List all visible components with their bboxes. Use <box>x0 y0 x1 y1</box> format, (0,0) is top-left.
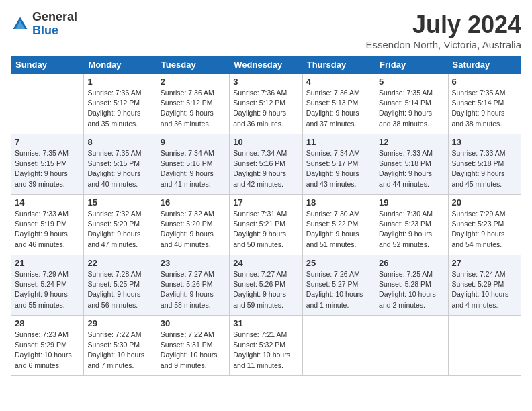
day-cell: 9Sunrise: 7:34 AMSunset: 5:16 PMDaylight… <box>157 134 229 195</box>
day-info: Sunrise: 7:24 AMSunset: 5:29 PMDaylight:… <box>452 269 517 310</box>
day-number: 18 <box>306 197 371 208</box>
day-cell: 28Sunrise: 7:23 AMSunset: 5:29 PMDayligh… <box>11 316 84 376</box>
day-cell: 5Sunrise: 7:35 AMSunset: 5:14 PMDaylight… <box>375 74 448 134</box>
day-cell: 19Sunrise: 7:30 AMSunset: 5:23 PMDayligh… <box>375 195 448 255</box>
day-cell: 31Sunrise: 7:21 AMSunset: 5:32 PMDayligh… <box>230 316 302 376</box>
day-cell: 22Sunrise: 7:28 AMSunset: 5:25 PMDayligh… <box>84 255 157 316</box>
day-info: Sunrise: 7:36 AMSunset: 5:12 PMDaylight:… <box>87 88 152 129</box>
day-info: Sunrise: 7:34 AMSunset: 5:16 PMDaylight:… <box>233 148 298 189</box>
day-info: Sunrise: 7:21 AMSunset: 5:32 PMDaylight:… <box>233 330 298 371</box>
day-cell: 25Sunrise: 7:26 AMSunset: 5:27 PMDayligh… <box>302 255 375 316</box>
day-info: Sunrise: 7:23 AMSunset: 5:29 PMDaylight:… <box>15 330 80 371</box>
day-cell: 20Sunrise: 7:29 AMSunset: 5:23 PMDayligh… <box>448 195 521 255</box>
day-number: 7 <box>15 137 80 147</box>
week-row-2: 7Sunrise: 7:35 AMSunset: 5:15 PMDaylight… <box>11 134 521 195</box>
day-info: Sunrise: 7:29 AMSunset: 5:24 PMDaylight:… <box>15 269 80 310</box>
day-cell: 2Sunrise: 7:36 AMSunset: 5:12 PMDaylight… <box>157 74 229 134</box>
day-number: 30 <box>161 318 226 328</box>
day-number: 29 <box>87 318 152 328</box>
day-cell: 8Sunrise: 7:35 AMSunset: 5:15 PMDaylight… <box>84 134 157 195</box>
logo-text: General Blue <box>32 11 77 38</box>
day-number: 31 <box>233 318 298 328</box>
day-cell: 7Sunrise: 7:35 AMSunset: 5:15 PMDaylight… <box>11 134 84 195</box>
weekday-header-monday: Monday <box>84 56 157 74</box>
day-info: Sunrise: 7:27 AMSunset: 5:26 PMDaylight:… <box>233 269 298 310</box>
day-info: Sunrise: 7:33 AMSunset: 5:18 PMDaylight:… <box>452 148 517 189</box>
day-info: Sunrise: 7:35 AMSunset: 5:15 PMDaylight:… <box>87 148 152 189</box>
day-info: Sunrise: 7:32 AMSunset: 5:20 PMDaylight:… <box>87 209 152 250</box>
day-cell: 24Sunrise: 7:27 AMSunset: 5:26 PMDayligh… <box>230 255 302 316</box>
day-info: Sunrise: 7:26 AMSunset: 5:27 PMDaylight:… <box>306 269 371 310</box>
day-number: 21 <box>15 258 80 268</box>
calendar-table: SundayMondayTuesdayWednesdayThursdayFrid… <box>11 56 521 376</box>
day-cell: 14Sunrise: 7:33 AMSunset: 5:19 PMDayligh… <box>11 195 84 255</box>
day-info: Sunrise: 7:32 AMSunset: 5:20 PMDaylight:… <box>161 209 226 250</box>
day-info: Sunrise: 7:36 AMSunset: 5:12 PMDaylight:… <box>161 88 226 129</box>
day-info: Sunrise: 7:25 AMSunset: 5:28 PMDaylight:… <box>379 269 444 310</box>
day-number: 23 <box>161 258 226 268</box>
day-number: 20 <box>452 197 517 208</box>
day-number: 5 <box>379 77 444 87</box>
day-cell: 11Sunrise: 7:34 AMSunset: 5:17 PMDayligh… <box>302 134 375 195</box>
logo-blue-text: Blue <box>32 24 77 38</box>
weekday-header-thursday: Thursday <box>302 56 375 74</box>
day-number: 15 <box>87 197 152 208</box>
day-number: 2 <box>161 77 226 87</box>
day-cell: 26Sunrise: 7:25 AMSunset: 5:28 PMDayligh… <box>375 255 448 316</box>
day-cell: 27Sunrise: 7:24 AMSunset: 5:29 PMDayligh… <box>448 255 521 316</box>
day-number: 9 <box>161 137 226 147</box>
day-number: 14 <box>15 197 80 208</box>
day-cell: 13Sunrise: 7:33 AMSunset: 5:18 PMDayligh… <box>448 134 521 195</box>
day-info: Sunrise: 7:36 AMSunset: 5:13 PMDaylight:… <box>306 88 371 129</box>
day-cell <box>302 316 375 376</box>
weekday-header-friday: Friday <box>375 56 448 74</box>
day-info: Sunrise: 7:22 AMSunset: 5:31 PMDaylight:… <box>161 330 226 371</box>
day-info: Sunrise: 7:33 AMSunset: 5:19 PMDaylight:… <box>15 209 80 250</box>
week-row-1: 1Sunrise: 7:36 AMSunset: 5:12 PMDaylight… <box>11 74 521 134</box>
weekday-header-sunday: Sunday <box>11 56 84 74</box>
day-cell: 12Sunrise: 7:33 AMSunset: 5:18 PMDayligh… <box>375 134 448 195</box>
day-number: 17 <box>233 197 298 208</box>
title-block: July 2024 Essendon North, Victoria, Aust… <box>365 11 521 50</box>
day-cell <box>11 74 84 134</box>
day-number: 24 <box>233 258 298 268</box>
day-number: 12 <box>379 137 444 147</box>
day-number: 6 <box>452 77 517 87</box>
day-number: 28 <box>15 318 80 328</box>
logo-icon <box>11 15 30 34</box>
day-number: 10 <box>233 137 298 147</box>
day-cell: 6Sunrise: 7:35 AMSunset: 5:14 PMDaylight… <box>448 74 521 134</box>
day-number: 3 <box>233 77 298 87</box>
day-info: Sunrise: 7:29 AMSunset: 5:23 PMDaylight:… <box>452 209 517 250</box>
day-cell: 15Sunrise: 7:32 AMSunset: 5:20 PMDayligh… <box>84 195 157 255</box>
weekday-header-row: SundayMondayTuesdayWednesdayThursdayFrid… <box>11 56 521 74</box>
logo-general-text: General <box>32 11 77 24</box>
month-title: July 2024 <box>365 11 521 39</box>
day-info: Sunrise: 7:30 AMSunset: 5:22 PMDaylight:… <box>306 209 371 250</box>
week-row-4: 21Sunrise: 7:29 AMSunset: 5:24 PMDayligh… <box>11 255 521 316</box>
day-cell: 4Sunrise: 7:36 AMSunset: 5:13 PMDaylight… <box>302 74 375 134</box>
day-info: Sunrise: 7:31 AMSunset: 5:21 PMDaylight:… <box>233 209 298 250</box>
day-cell: 30Sunrise: 7:22 AMSunset: 5:31 PMDayligh… <box>157 316 229 376</box>
logo: General Blue <box>11 11 77 38</box>
day-info: Sunrise: 7:34 AMSunset: 5:16 PMDaylight:… <box>161 148 226 189</box>
day-cell: 16Sunrise: 7:32 AMSunset: 5:20 PMDayligh… <box>157 195 229 255</box>
day-number: 13 <box>452 137 517 147</box>
day-info: Sunrise: 7:35 AMSunset: 5:14 PMDaylight:… <box>452 88 517 129</box>
day-cell: 1Sunrise: 7:36 AMSunset: 5:12 PMDaylight… <box>84 74 157 134</box>
page-header: General Blue July 2024 Essendon North, V… <box>11 11 521 50</box>
day-number: 22 <box>87 258 152 268</box>
day-number: 26 <box>379 258 444 268</box>
day-number: 16 <box>161 197 226 208</box>
day-info: Sunrise: 7:36 AMSunset: 5:12 PMDaylight:… <box>233 88 298 129</box>
day-cell <box>375 316 448 376</box>
day-info: Sunrise: 7:33 AMSunset: 5:18 PMDaylight:… <box>379 148 444 189</box>
day-number: 11 <box>306 137 371 147</box>
day-number: 19 <box>379 197 444 208</box>
day-cell: 10Sunrise: 7:34 AMSunset: 5:16 PMDayligh… <box>230 134 302 195</box>
day-cell: 21Sunrise: 7:29 AMSunset: 5:24 PMDayligh… <box>11 255 84 316</box>
day-cell: 23Sunrise: 7:27 AMSunset: 5:26 PMDayligh… <box>157 255 229 316</box>
day-cell: 17Sunrise: 7:31 AMSunset: 5:21 PMDayligh… <box>230 195 302 255</box>
day-number: 27 <box>452 258 517 268</box>
day-cell: 29Sunrise: 7:22 AMSunset: 5:30 PMDayligh… <box>84 316 157 376</box>
